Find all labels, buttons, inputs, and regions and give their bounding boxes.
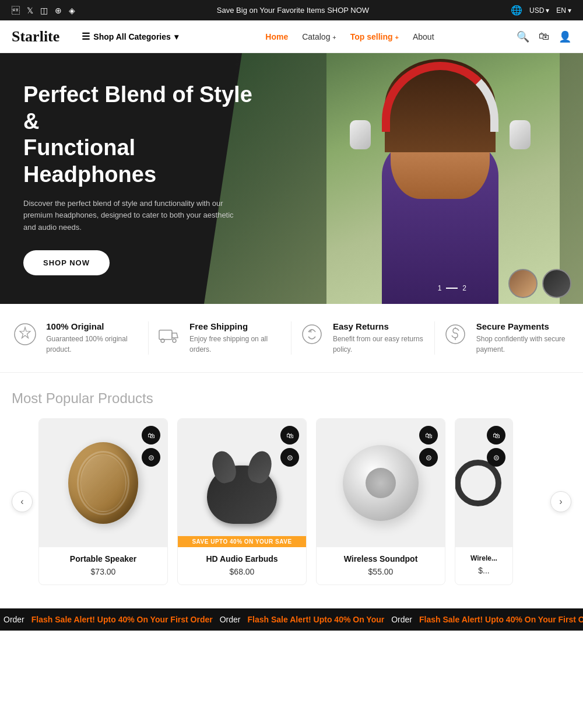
header-icons: 🔍 🛍 👤: [517, 30, 571, 43]
instagram-icon[interactable]: ◫: [40, 6, 48, 15]
feature-shipping: Free Shipping Enjoy free shipping on all…: [156, 321, 284, 355]
flash-sale-bar: Order Flash Sale Alert! Upto 40% On Your…: [0, 608, 583, 631]
language-selector[interactable]: EN ▾: [556, 6, 571, 15]
original-icon: [12, 321, 38, 347]
lang-chevron: ▾: [568, 6, 571, 15]
facebook-icon[interactable]: : [12, 6, 20, 15]
product-card-1: 🛍 ⊜ SAVE UPTO 40% ON YOUR SAVE HD Audio …: [177, 418, 307, 585]
feature-returns: Easy Returns Benefit from our easy retur…: [299, 321, 427, 355]
features-strip: 100% Original Guaranteed 100% original p…: [0, 304, 583, 373]
hero-headphone-left-cup: [350, 120, 371, 149]
product-name-0: Portable Speaker: [47, 554, 159, 564]
categories-label: Shop All Categories: [93, 32, 171, 41]
hero-section: Perfect Blend of Style & Functional Head…: [0, 53, 583, 304]
feature-payments-text: Secure Payments Shop confidently with se…: [476, 321, 571, 355]
speaker-visual: [68, 442, 138, 524]
compare-1[interactable]: ⊜: [280, 448, 299, 467]
nav-home[interactable]: Home: [265, 32, 288, 41]
feature-returns-desc: Benefit from our easy returns policy.: [333, 334, 427, 355]
hero-dot-1[interactable]: 1: [438, 284, 442, 292]
save-tag-1: SAVE UPTO 40% ON YOUR SAVE: [178, 536, 306, 547]
carousel-next-button[interactable]: ›: [550, 491, 571, 512]
twitter-icon[interactable]: 𝕏: [27, 6, 33, 15]
shipping-icon: [156, 321, 181, 347]
product-price-2: $55.00: [325, 567, 437, 576]
hero-title: Perfect Blend of Style & Functional Head…: [23, 82, 268, 188]
hero-headphone-arc: [382, 62, 498, 132]
add-to-cart-1[interactable]: 🛍: [280, 426, 299, 444]
compare-3[interactable]: ⊜: [487, 448, 505, 467]
logo[interactable]: Starlite: [12, 28, 59, 46]
product-card-2: 🛍 ⊜ Wireless Soundpot $55.00: [316, 418, 445, 585]
currency-selector[interactable]: USD ▾: [529, 6, 549, 15]
feature-payments-desc: Shop confidently with secure payment.: [476, 334, 571, 355]
cart-icon[interactable]: 🛍: [539, 30, 549, 43]
nav-topselling[interactable]: Top selling +: [350, 32, 399, 41]
categories-button[interactable]: ☰ Shop All Categories ▾: [77, 27, 183, 46]
returns-icon: [299, 321, 325, 347]
hero-dot-line: [446, 288, 458, 289]
product-actions-1: 🛍 ⊜: [280, 426, 299, 467]
product-actions-3: 🛍 ⊜: [487, 426, 505, 467]
hero-woman-figure: [332, 53, 548, 304]
svg-point-4: [303, 325, 321, 344]
account-icon[interactable]: 👤: [559, 30, 571, 43]
hero-dot-2[interactable]: 2: [462, 284, 466, 292]
header: Starlite ☰ Shop All Categories ▾ Home Ca…: [0, 20, 583, 53]
feature-returns-title: Easy Returns: [333, 321, 427, 331]
product-image-3: 🛍 ⊜: [455, 419, 512, 547]
product-info-2: Wireless Soundpot $55.00: [317, 547, 445, 584]
earbud-case: [207, 466, 277, 524]
product-price-0: $73.00: [47, 567, 159, 576]
product-price-3: $...: [463, 566, 504, 575]
feature-payments-title: Secure Payments: [476, 321, 571, 331]
product-card-3: 🛍 ⊜ Wirele... $...: [455, 418, 513, 585]
product-price-1: $68.00: [186, 567, 298, 576]
carousel-prev-button[interactable]: ‹: [12, 491, 33, 512]
hero-thumbnails: [508, 269, 571, 298]
product-info-3: Wirele... $...: [455, 547, 512, 583]
catalog-plus: +: [332, 34, 336, 41]
product-actions-2: 🛍 ⊜: [419, 426, 438, 467]
products-carousel: ‹ 🛍 ⊜ Portable Speaker $73.00: [12, 418, 571, 585]
product-info-1: HD Audio Earbuds $68.00: [178, 547, 306, 584]
flash-bar-ticker: Order Flash Sale Alert! Upto 40% On Your…: [0, 615, 583, 624]
hamburger-icon: ☰: [82, 31, 90, 42]
compare-2[interactable]: ⊜: [419, 448, 438, 467]
hero-content: Perfect Blend of Style & Functional Head…: [0, 53, 292, 304]
feature-shipping-text: Free Shipping Enjoy free shipping on all…: [189, 321, 284, 355]
nav-about[interactable]: About: [413, 32, 434, 41]
feature-divider-1: [148, 321, 149, 355]
products-grid: 🛍 ⊜ Portable Speaker $73.00 🛍: [38, 418, 545, 585]
payments-icon: [442, 321, 468, 347]
hero-pagination: 1 2: [438, 284, 466, 292]
add-to-cart-3[interactable]: 🛍: [487, 426, 505, 444]
top-bar-right: 🌐 USD ▾ EN ▾: [511, 5, 571, 16]
feature-shipping-title: Free Shipping: [189, 321, 284, 331]
feature-returns-text: Easy Returns Benefit from our easy retur…: [333, 321, 427, 355]
product-name-2: Wireless Soundpot: [325, 554, 437, 564]
search-icon[interactable]: 🔍: [517, 30, 529, 43]
add-to-cart-2[interactable]: 🛍: [419, 426, 438, 444]
categories-chevron: ▾: [174, 32, 178, 41]
flag-icon: 🌐: [511, 5, 522, 16]
feature-payments: Secure Payments Shop confidently with se…: [442, 321, 571, 355]
compare-0[interactable]: ⊜: [142, 448, 160, 467]
flash-segment-2: Order Flash Sale Alert! Upto 40% On Your: [216, 615, 388, 624]
svg-point-3: [173, 339, 176, 342]
flash-segment-1: Order Flash Sale Alert! Upto 40% On Your…: [0, 615, 216, 624]
soundpot-visual: [343, 445, 419, 521]
hero-thumb-2[interactable]: [542, 269, 571, 298]
social-icons:  𝕏 ◫ ⊕ ◈: [12, 6, 75, 15]
nav-catalog[interactable]: Catalog +: [302, 32, 336, 41]
partial-headphone: [455, 460, 501, 506]
announcement-text: Save Big on Your Favorite Items SHOP NOW: [75, 6, 511, 15]
products-section: Most Popular Products ‹ 🛍 ⊜ Portable Spe…: [0, 373, 583, 597]
add-to-cart-0[interactable]: 🛍: [142, 426, 160, 444]
product-image-1: 🛍 ⊜ SAVE UPTO 40% ON YOUR SAVE: [178, 419, 306, 547]
hero-shop-now-button[interactable]: SHOP NOW: [23, 250, 110, 275]
feature-original-desc: Guaranteed 100% original product.: [46, 334, 141, 355]
hero-thumb-1[interactable]: [508, 269, 538, 298]
snapchat-icon[interactable]: ◈: [69, 6, 75, 15]
pinterest-icon[interactable]: ⊕: [55, 6, 62, 15]
